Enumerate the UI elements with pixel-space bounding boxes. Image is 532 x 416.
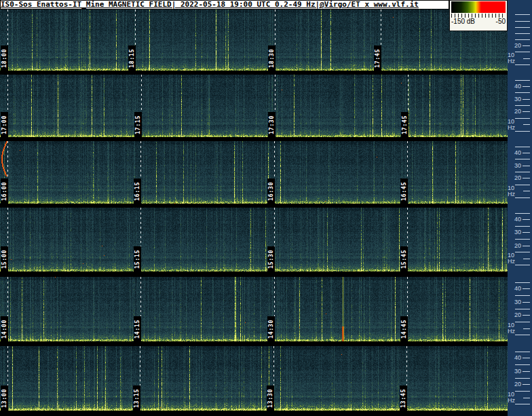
time-label: 17:30 xyxy=(268,112,276,137)
frequency-tick-line xyxy=(515,33,530,34)
frequency-tick-line xyxy=(515,64,530,65)
frequency-tick-line xyxy=(515,335,530,335)
frequency-tick xyxy=(508,375,532,381)
frequency-tick xyxy=(508,144,532,150)
time-label: 18:00 xyxy=(1,45,8,71)
frequency-tick-line xyxy=(515,391,530,392)
time-label: 17:45 xyxy=(374,45,381,71)
frequency-tick-label: 40 xyxy=(514,286,521,292)
time-label: 15:15 xyxy=(134,246,141,271)
frequency-tick xyxy=(508,401,532,407)
frequency-tick xyxy=(508,210,532,216)
frequency-tick-line xyxy=(515,352,530,352)
colorbar-min-label: -150 dB xyxy=(451,18,475,26)
time-label: 14:00 xyxy=(1,316,8,341)
frequency-tick-line xyxy=(515,226,530,227)
frequency-tick-line xyxy=(515,309,530,309)
frequency-tick-line xyxy=(522,384,530,385)
frequency-axis: 2010 Hz40302010 Hz40302010 Hz40302010 Hz… xyxy=(508,0,532,416)
frequency-tick xyxy=(508,102,532,109)
frequency-tick xyxy=(508,280,532,286)
frequency-tick-line xyxy=(515,147,530,147)
frequency-tick-label: 40 xyxy=(514,355,521,361)
frequency-tick xyxy=(508,182,532,188)
frequency-tick xyxy=(508,169,532,175)
frequency-tick-label: 40 xyxy=(514,150,521,156)
frequency-tick xyxy=(508,332,532,338)
frequency-tick xyxy=(508,292,532,299)
time-label: 14:15 xyxy=(134,316,141,341)
time-label: 14:30 xyxy=(267,316,275,341)
frequency-tick-labeled: 20 xyxy=(508,109,532,115)
frequency-tick-line xyxy=(522,111,530,112)
frequency-tick-line xyxy=(522,99,530,100)
frequency-tick-line xyxy=(522,178,530,178)
frequency-tick xyxy=(508,115,532,121)
frequency-tick xyxy=(508,156,532,162)
title-bar: IS0-Sos Enattos-IT_Mine MAGNETIC FIELD| … xyxy=(0,0,449,10)
frequency-tick xyxy=(508,62,532,68)
frequency-tick-label: 20 xyxy=(514,381,521,387)
frequency-tick-line xyxy=(522,232,530,233)
frequency-tick-labeled: 40 xyxy=(508,286,532,292)
time-label: 17:15 xyxy=(134,112,142,137)
time-label: 15:00 xyxy=(1,246,8,271)
page-title: IS0-Sos Enattos-IT_Mine MAGNETIC FIELD| … xyxy=(1,1,449,9)
frequency-tick-line xyxy=(523,191,530,191)
frequency-tick-label: 20 xyxy=(514,43,521,49)
frequency-tick-label: 20 xyxy=(514,175,521,181)
time-label: 15:30 xyxy=(267,246,275,271)
time-label: 14:45 xyxy=(400,316,408,341)
frequency-tick-line xyxy=(515,131,530,132)
frequency-tick-label: 30 xyxy=(514,229,521,235)
frequency-tick-line xyxy=(522,153,530,153)
frequency-tick-label: 30 xyxy=(514,299,521,305)
frequency-tick-label: 20 xyxy=(514,243,521,249)
frequency-tick xyxy=(508,349,532,355)
frequency-tick-labeled: 20 xyxy=(508,312,532,318)
time-label: 18:30 xyxy=(268,45,276,71)
frequency-tick-label: 30 xyxy=(514,368,521,375)
frequency-tick-line xyxy=(523,124,530,125)
time-label: 17:45 xyxy=(401,112,408,137)
frequency-tick-label: 20 xyxy=(514,312,521,318)
frequency-tick-line xyxy=(515,14,530,15)
frequency-tick xyxy=(508,306,532,312)
frequency-tick-line xyxy=(515,172,530,172)
frequency-tick-line xyxy=(515,322,530,322)
frequency-tick-labeled: 40 xyxy=(508,83,532,90)
frequency-tick-line xyxy=(522,288,530,289)
frequency-tick-line xyxy=(515,118,530,119)
time-label: 18:15 xyxy=(128,45,136,71)
frequency-tick xyxy=(508,18,532,24)
frequency-tick-labeled: 20 xyxy=(508,243,532,249)
frequency-tick-line xyxy=(515,52,530,52)
time-label: 16:45 xyxy=(400,178,408,204)
frequency-tick-labeled: 40 xyxy=(508,355,532,361)
frequency-tick xyxy=(508,12,532,18)
colorbar-max-label: -50 xyxy=(496,18,506,26)
frequency-tick-labeled: 10 Hz xyxy=(508,256,532,262)
frequency-tick-line xyxy=(523,328,530,329)
frequency-tick-line xyxy=(515,364,530,365)
frequency-tick-line xyxy=(522,86,530,87)
frequency-tick-label: 30 xyxy=(514,96,521,102)
frequency-tick-line xyxy=(522,166,530,166)
time-label: 16:15 xyxy=(134,178,141,204)
frequency-tick xyxy=(508,24,532,31)
frequency-tick-line xyxy=(515,92,530,93)
spectrogram-page: IS0-Sos Enattos-IT_Mine MAGNETIC FIELD| … xyxy=(0,0,532,416)
colorbar-gradient xyxy=(451,1,506,13)
frequency-tick-labeled: 10 Hz xyxy=(508,121,532,128)
frequency-tick xyxy=(508,362,532,368)
frequency-tick xyxy=(508,262,532,268)
frequency-tick-labeled: 30 xyxy=(508,299,532,305)
frequency-tick-line xyxy=(515,197,530,198)
frequency-tick-line xyxy=(515,159,530,159)
frequency-tick-labeled: 20 xyxy=(508,43,532,49)
frequency-tick-labeled: 10 Hz xyxy=(508,188,532,194)
frequency-tick xyxy=(508,223,532,229)
frequency-tick-labeled: 40 xyxy=(508,216,532,223)
frequency-tick-line xyxy=(515,378,530,379)
frequency-tick-line xyxy=(522,315,530,316)
